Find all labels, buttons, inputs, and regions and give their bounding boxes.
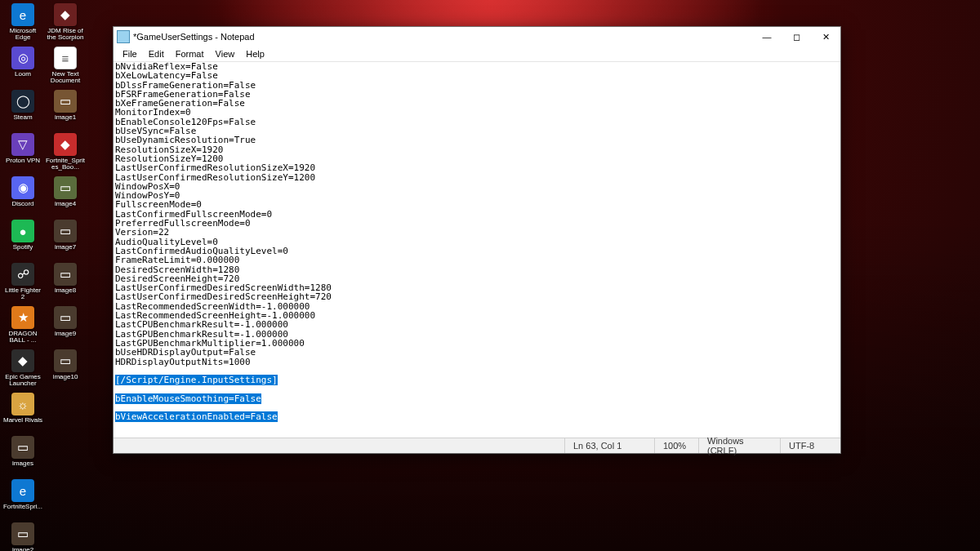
app-icon: ▭	[11, 522, 34, 545]
minimize-button[interactable]: —	[752, 27, 782, 47]
desktop-icon-label: image8	[55, 287, 76, 294]
menu-edit[interactable]: Edit	[143, 48, 170, 60]
text-area[interactable]: bNvidiaReflex=FalsebXeLowLatency=FalsebD…	[114, 62, 840, 424]
text-line: bNvidiaReflex=False	[115, 62, 839, 71]
app-icon: ▭	[54, 349, 77, 372]
desktop-icon[interactable]: ◯Steam	[2, 88, 44, 131]
desktop-icon[interactable]: ☼Marvel Rivals	[2, 391, 44, 434]
desktop-icon-label: image1	[55, 114, 76, 121]
desktop-icon-label: DRAGON BALL - ...	[2, 331, 43, 344]
desktop-icon[interactable]: ◆Epic Games Launcher	[2, 348, 44, 391]
menu-file[interactable]: File	[117, 48, 143, 60]
text-line: bUseHDRDisplayOutput=False	[115, 348, 839, 357]
desktop-icon[interactable]: ◆JDM Rise of the Scorpion	[44, 2, 87, 45]
desktop-icon-label: Discord	[11, 201, 33, 207]
titlebar[interactable]: *GameUserSettings - Notepad — ◻ ✕	[114, 27, 840, 47]
desktop-icon[interactable]: eFortniteSpri...	[2, 478, 44, 521]
app-icon: ▭	[54, 90, 77, 113]
app-icon: ◉	[11, 176, 34, 199]
text-line: FrameRateLimit=0.000000	[115, 256, 839, 264]
maximize-button[interactable]: ◻	[782, 27, 811, 47]
desktop-icon[interactable]: ◎Loom	[2, 45, 44, 88]
desktop-icon-label: Fortnite_Sprites_Boo...	[45, 158, 86, 171]
app-icon: e	[11, 3, 34, 26]
desktop-icon-label: image10	[53, 374, 78, 380]
text-line: WindowPosX=0	[115, 182, 839, 191]
text-line: bUseDynamicResolution=True	[115, 136, 839, 144]
text-line: LastUserConfirmedResolutionSizeY=1200	[115, 173, 839, 182]
desktop-icon[interactable]: ●Spotify	[2, 218, 44, 261]
status-eol: Windows (CRLF)	[698, 438, 780, 453]
desktop-icon-label: Proton VPN	[6, 158, 40, 164]
app-icon: ◯	[11, 90, 34, 113]
app-icon: ★	[11, 306, 34, 329]
desktop-icon[interactable]: ▭image2	[2, 521, 44, 551]
menu-format[interactable]: Format	[170, 48, 210, 60]
desktop-icon[interactable]: eMicrosoft Edge	[2, 2, 44, 45]
app-icon: ◎	[11, 47, 34, 69]
desktop-icon[interactable]: ▭images	[2, 434, 44, 478]
menubar: File Edit Format View Help	[114, 47, 840, 61]
app-icon: ▭	[54, 306, 77, 329]
text-line: bXeLowLatency=False	[115, 71, 839, 80]
app-icon: ◆	[11, 349, 34, 372]
selected-line-2: bEnableMouseSmoothing=False	[115, 393, 261, 404]
text-line: LastCPUBenchmarkResult=-1.000000	[115, 320, 839, 329]
desktop-icon-label: Microsoft Edge	[2, 28, 43, 41]
desktop-icon-label: Loom	[15, 71, 31, 78]
text-line: Version=22	[115, 228, 839, 237]
desktop-icon-label: Spotify	[13, 244, 33, 251]
text-line: PreferredFullscreenMode=0	[115, 219, 839, 228]
app-icon: ≡	[54, 47, 77, 69]
desktop-icon[interactable]: ▭image4	[44, 175, 87, 218]
app-icon: ◆	[54, 3, 77, 26]
window-title: *GameUserSettings - Notepad	[133, 32, 752, 42]
desktop-icon-label: Marvel Rivals	[3, 417, 42, 424]
desktop-icon[interactable]: ≡New Text Document	[44, 45, 87, 88]
desktop-icon[interactable]: ◉Discord	[2, 175, 44, 218]
text-line: bXeFrameGeneration=False	[115, 99, 839, 108]
notepad-window: *GameUserSettings - Notepad — ◻ ✕ File E…	[113, 26, 841, 454]
text-line: LastUserConfirmedResolutionSizeX=1920	[115, 163, 839, 172]
app-icon: ▭	[54, 263, 77, 286]
text-line: HDRDisplayOutputNits=1000	[115, 358, 839, 367]
text-line: bEnableConsole120Fps=False	[115, 118, 839, 127]
desktop-icon[interactable]: ▭image10	[44, 348, 87, 391]
desktop-icon[interactable]: ▭image9	[44, 304, 87, 348]
close-button[interactable]: ✕	[811, 27, 840, 47]
app-icon: ☍	[11, 263, 34, 286]
desktop-icon-label: New Text Document	[45, 71, 86, 84]
desktop-icon[interactable]: ▭image8	[44, 261, 87, 304]
menu-help[interactable]: Help	[240, 48, 270, 60]
desktop-icon[interactable]: ★DRAGON BALL - ...	[2, 304, 44, 348]
notepad-icon	[117, 30, 130, 43]
status-zoom: 100%	[654, 438, 698, 453]
desktop-icon[interactable]: ▭image1	[44, 88, 87, 131]
desktop-icon[interactable]: ☍Little Fighter 2	[2, 261, 44, 304]
desktop-icon-label: Steam	[13, 114, 32, 121]
app-icon: ☼	[11, 393, 34, 415]
app-icon: ▽	[11, 133, 34, 156]
desktop-icon-label: JDM Rise of the Scorpion	[45, 28, 86, 41]
desktop-icon-label: FortniteSpri...	[3, 504, 42, 510]
desktop-icon-label: Epic Games Launcher	[2, 374, 43, 387]
app-icon: ▭	[54, 176, 77, 199]
app-icon: e	[11, 479, 34, 502]
app-icon: ◆	[54, 133, 77, 156]
text-area-scroll[interactable]: bNvidiaReflex=FalsebXeLowLatency=FalsebD…	[114, 62, 840, 438]
desktop-icon-label: Little Fighter 2	[2, 287, 43, 300]
menu-view[interactable]: View	[210, 48, 241, 60]
status-pos: Ln 63, Col 1	[564, 438, 654, 453]
desktop-icon[interactable]: ▽Proton VPN	[2, 131, 44, 175]
desktop-icon[interactable]: ▭image7	[44, 218, 87, 261]
desktop-icon-label: image2	[12, 547, 33, 551]
text-line: ResolutionSizeX=1920	[115, 145, 839, 154]
desktop-icon-label: images	[12, 460, 33, 467]
text-line: WindowPosY=0	[115, 191, 839, 200]
selected-line-3: bViewAccelerationEnabled=False	[115, 411, 278, 422]
selected-line-1: [/Script/Engine.InputSettings]	[115, 375, 278, 385]
app-icon: ●	[11, 220, 34, 242]
app-icon: ▭	[54, 220, 77, 242]
desktop-icon[interactable]: ◆Fortnite_Sprites_Boo...	[44, 131, 87, 175]
desktop-icon-label: image4	[55, 201, 76, 207]
